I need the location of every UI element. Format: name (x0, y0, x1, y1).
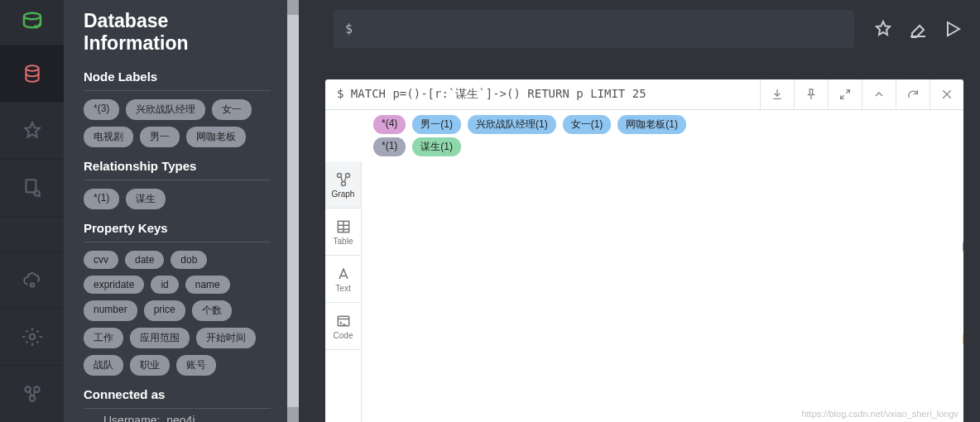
view-table[interactable]: Table (325, 209, 361, 256)
result-header: $ MATCH p=()-[r:`谋生`]->() RETURN p LIMIT… (325, 79, 963, 110)
editor-prompt: $ (345, 22, 353, 36)
svg-point-5 (29, 334, 35, 340)
result-card: $ MATCH p=()-[r:`谋生`]->() RETURN p LIMIT… (325, 79, 963, 422)
tag-item[interactable]: 电视剧 (84, 127, 133, 147)
sidebar-panel: Database Information Node Labels *(3)兴欣战… (64, 0, 287, 422)
sidebar-outer-scrollbar[interactable] (287, 0, 299, 422)
collapse-up-button[interactable] (862, 79, 896, 109)
erase-button[interactable] (906, 17, 930, 41)
graph-canvas[interactable]: 谋生 67 一叶之秋 https://blog.csdn.net/vxiao_s… (362, 161, 963, 422)
sidebar-title: Database Information (64, 7, 287, 61)
tag-item[interactable]: date (125, 251, 164, 269)
tag-item[interactable]: expridate (84, 276, 144, 294)
refresh-button[interactable] (896, 79, 930, 109)
watermark: https://blog.csdn.net/vxiao_sheri_longv (801, 409, 958, 419)
result-chip[interactable]: 兴欣战队经理(1) (468, 115, 556, 134)
view-code[interactable]: Code (325, 303, 361, 350)
nav-favorites[interactable] (0, 102, 64, 159)
result-chip[interactable]: 网咖老板(1) (617, 115, 686, 134)
favorite-button[interactable] (871, 17, 896, 41)
svg-point-8 (29, 396, 35, 401)
tag-item[interactable]: name (185, 276, 230, 294)
tag-item[interactable]: 战队 (84, 355, 123, 376)
tag-item[interactable]: id (151, 276, 178, 294)
nav-database-info[interactable] (0, 45, 64, 102)
top-bar: $ (299, 0, 980, 58)
tag-item[interactable]: 应用范围 (130, 328, 190, 348)
view-text[interactable]: Text (325, 256, 361, 303)
main-region: $ $ MATCH p=()-[r:`谋生`]->() RETURN p LIM… (299, 0, 980, 422)
section-connected-heading: Connected as (64, 379, 287, 408)
app-logo (0, 0, 64, 45)
close-result-button[interactable] (930, 79, 963, 109)
svg-point-0 (24, 13, 41, 20)
tag-item[interactable]: cvv (84, 251, 118, 269)
tag-item[interactable]: 开始时间 (196, 328, 256, 348)
result-query: $ MATCH p=()-[r:`谋生`]->() RETURN p LIMIT… (325, 87, 760, 102)
prop-keys-tags: cvvdatedobexpridateidnamenumberprice个数工作… (64, 242, 287, 379)
result-chip[interactable]: 谋生(1) (412, 137, 461, 156)
section-rel-types-heading: Relationship Types (64, 151, 287, 180)
view-graph[interactable]: Graph (325, 161, 361, 209)
query-editor[interactable]: $ (334, 10, 854, 48)
tag-item[interactable]: 工作 (84, 328, 123, 348)
nav-documents[interactable] (0, 159, 64, 216)
nav-about[interactable] (0, 365, 64, 422)
rel-types-tags: *(1)谋生 (64, 180, 287, 213)
result-chip[interactable]: 男一(1) (412, 115, 461, 134)
expand-button[interactable] (828, 79, 862, 109)
section-prop-keys-heading: Property Keys (64, 213, 287, 242)
nav-cloud[interactable] (0, 251, 64, 308)
download-button[interactable] (760, 79, 794, 109)
tag-item[interactable]: number (84, 300, 137, 321)
tag-item[interactable]: *(3) (84, 99, 119, 120)
svg-rect-2 (26, 180, 36, 192)
nav-settings[interactable] (0, 308, 64, 365)
result-chip[interactable]: *(4) (373, 115, 406, 134)
svg-point-11 (341, 181, 345, 185)
result-chips-row2: *(1)谋生(1) (325, 137, 963, 160)
node-labels-tags: *(3)兴欣战队经理女一电视剧男一网咖老板 (64, 91, 287, 151)
nav-rail (0, 0, 64, 422)
result-chip[interactable]: *(1) (373, 137, 406, 156)
tag-item[interactable]: 男一 (140, 127, 180, 147)
result-chip[interactable]: 女一(1) (563, 115, 612, 134)
svg-point-4 (30, 283, 33, 286)
run-button[interactable] (940, 17, 965, 41)
section-node-labels-heading: Node Labels (64, 61, 287, 90)
tag-item[interactable]: 职业 (130, 355, 170, 376)
graph-node-2[interactable]: 一叶之秋 (963, 315, 963, 363)
tag-item[interactable]: 谋生 (126, 189, 166, 209)
tag-item[interactable]: price (144, 300, 185, 321)
tag-item[interactable]: 女一 (212, 99, 252, 120)
tag-item[interactable]: dob (171, 251, 207, 269)
view-strip: Graph Table Text Code (325, 161, 362, 422)
result-chips-row1: *(4)男一(1)兴欣战队经理(1)女一(1)网咖老板(1) (325, 110, 963, 137)
connected-username: Username: neo4j (64, 409, 287, 422)
tag-item[interactable]: 兴欣战队经理 (126, 99, 205, 120)
tag-item[interactable]: *(1) (84, 189, 119, 209)
pin-button[interactable] (794, 79, 828, 109)
tag-item[interactable]: 个数 (192, 300, 232, 321)
svg-point-1 (26, 65, 38, 71)
graph-node-1[interactable]: 67 (963, 223, 963, 271)
tag-item[interactable]: 账号 (176, 355, 216, 376)
tag-item[interactable]: 网咖老板 (186, 127, 246, 147)
